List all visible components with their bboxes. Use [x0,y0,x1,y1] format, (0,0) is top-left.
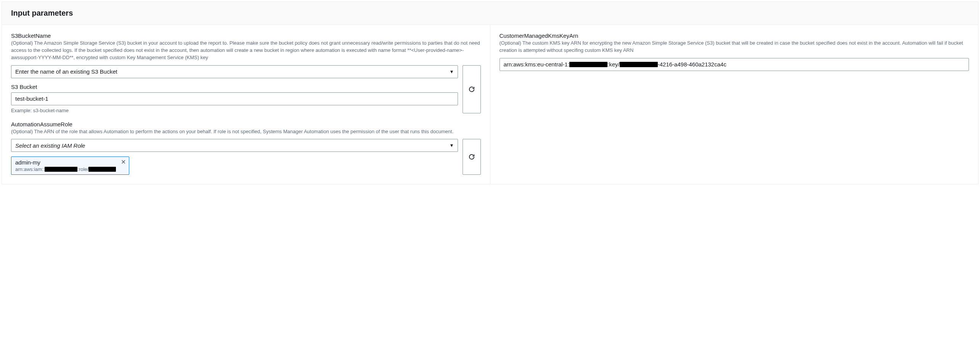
field-automationassumerole: AutomationAssumeRole (Optional) The ARN … [11,121,481,175]
s3-description: (Optional) The Amazon Simple Storage Ser… [11,40,481,61]
kms-arn-input[interactable]: arn:aws:kms:eu-central-1::key/-4216-a498… [500,58,969,71]
close-icon: ✕ [121,159,126,165]
role-input-row: Select an existing IAM Role ▼ admin-my a… [11,139,481,175]
s3-bucket-sublabel: S3 Bucket [11,84,458,90]
redacted-account-id [569,62,607,67]
panel-title: Input parameters [11,9,969,18]
redacted-account-id [45,167,77,172]
role-description: (Optional) The ARN of the role that allo… [11,128,481,135]
s3-bucket-input[interactable] [11,92,458,105]
kms-label: CustomerManagedKmsKeyArn [500,32,969,39]
right-column: CustomerManagedKmsKeyArn (Optional) The … [490,25,978,184]
refresh-icon [468,86,475,93]
kms-description: (Optional) The custom KMS key ARN for en… [500,40,969,54]
panel-body: S3BucketName (Optional) The Amazon Simpl… [2,25,978,184]
role-chip-arn: arn:aws:iam:::role/ [15,166,116,172]
role-chip-title: admin-my [15,159,116,166]
redacted-key-id-prefix [620,62,658,67]
field-s3bucketname: S3BucketName (Optional) The Amazon Simpl… [11,32,481,113]
s3-input-row: Enter the name of an existing S3 Bucket … [11,65,481,113]
role-chip-remove-button[interactable]: ✕ [121,159,126,165]
s3-refresh-button[interactable] [463,65,481,113]
field-customermanagedkmskeyarn: CustomerManagedKmsKeyArn (Optional) The … [500,32,969,71]
s3-mode-select[interactable]: Enter the name of an existing S3 Bucket [11,65,458,78]
role-chip: admin-my arn:aws:iam:::role/ ✕ [11,156,129,175]
role-label: AutomationAssumeRole [11,121,481,127]
s3-bucket-hint: Example: s3-bucket-name [11,108,458,113]
role-select[interactable]: Select an existing IAM Role [11,139,458,152]
panel-header: Input parameters [2,2,978,25]
redacted-role-name [88,167,116,172]
input-parameters-panel: Input parameters S3BucketName (Optional)… [2,2,978,184]
role-refresh-button[interactable] [463,139,481,175]
s3-label: S3BucketName [11,32,481,39]
left-column: S3BucketName (Optional) The Amazon Simpl… [2,25,490,184]
refresh-icon [468,153,475,160]
